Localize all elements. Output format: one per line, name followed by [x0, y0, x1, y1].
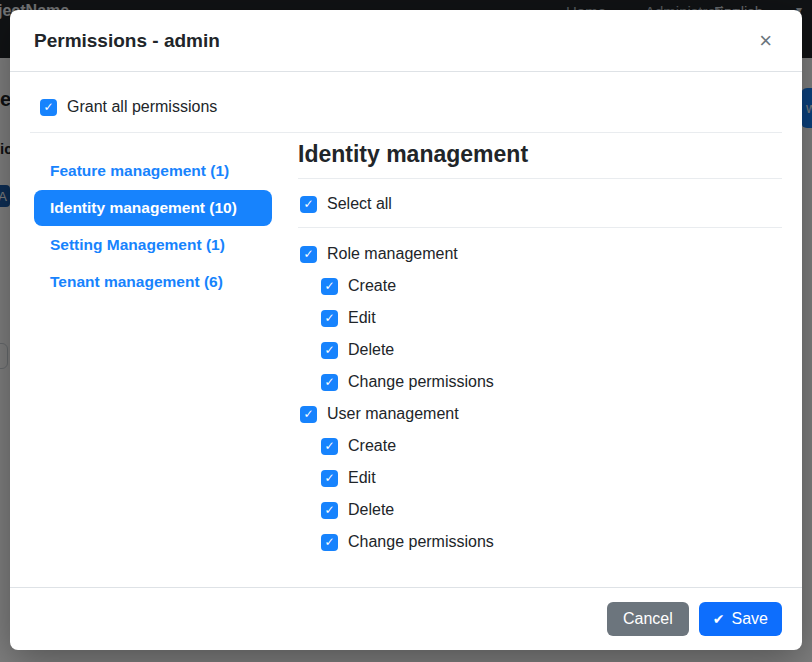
check-icon: ✓: [324, 504, 334, 516]
permission-row: ✓Create: [321, 430, 782, 462]
tab-feature-management[interactable]: Feature management (1): [34, 153, 272, 189]
grant-all-checkbox[interactable]: ✓: [40, 99, 57, 116]
tab-setting-management[interactable]: Setting Management (1): [34, 227, 272, 263]
check-icon: ✓: [324, 376, 334, 388]
permission-label: Change permissions: [348, 373, 494, 391]
check-icon: ✓: [324, 440, 334, 452]
checkbox-checked[interactable]: ✓: [321, 278, 338, 295]
grant-all-row: ✓ Grant all permissions: [40, 98, 782, 116]
check-icon: ✓: [303, 198, 313, 210]
checkbox-checked[interactable]: ✓: [321, 534, 338, 551]
tab-identity-management[interactable]: Identity management (10): [34, 190, 272, 226]
checkbox-checked[interactable]: ✓: [321, 374, 338, 391]
permission-row: ✓Create: [321, 270, 782, 302]
permission-label: Edit: [348, 309, 376, 327]
check-icon: ✓: [324, 536, 334, 548]
permission-label: Create: [348, 437, 396, 455]
permission-row: ✓Change permissions: [321, 526, 782, 558]
select-all-row: ✓ Select all: [300, 195, 782, 213]
permission-row: ✓User management: [300, 398, 782, 430]
checkbox-checked[interactable]: ✓: [321, 438, 338, 455]
cancel-button[interactable]: Cancel: [607, 602, 689, 636]
modal-columns: Feature management (1)Identity managemen…: [30, 139, 782, 558]
check-icon: ✓: [324, 280, 334, 292]
permission-list: ✓Role management✓Create✓Edit✓Delete✓Chan…: [298, 238, 782, 558]
permission-row: ✓Role management: [300, 238, 782, 270]
divider: [298, 227, 782, 228]
panel-heading: Identity management: [298, 141, 782, 168]
check-icon: ✓: [324, 344, 334, 356]
checkbox-checked[interactable]: ✓: [321, 310, 338, 327]
checkbox-checked[interactable]: ✓: [300, 406, 317, 423]
check-icon: ✓: [303, 248, 313, 260]
permission-label: Role management: [327, 245, 458, 263]
select-all-label: Select all: [327, 195, 392, 213]
check-icon: ✔: [713, 611, 725, 627]
permission-row: ✓Delete: [321, 334, 782, 366]
permission-label: User management: [327, 405, 459, 423]
permission-label: Delete: [348, 341, 394, 359]
modal-title: Permissions - admin: [34, 30, 220, 52]
modal-header: Permissions - admin ×: [10, 10, 802, 72]
grant-all-label: Grant all permissions: [67, 98, 217, 116]
save-button[interactable]: ✔ Save: [699, 602, 782, 636]
modal-footer: Cancel ✔ Save: [10, 587, 802, 650]
permission-label: Delete: [348, 501, 394, 519]
permission-row: ✓Edit: [321, 462, 782, 494]
check-icon: ✓: [303, 408, 313, 420]
permission-row: ✓Delete: [321, 494, 782, 526]
tab-tenant-management[interactable]: Tenant management (6): [34, 264, 272, 300]
divider: [298, 178, 782, 179]
permissions-modal: Permissions - admin × ✓ Grant all permis…: [10, 10, 802, 650]
save-button-label: Save: [732, 610, 768, 628]
checkbox-checked[interactable]: ✓: [321, 342, 338, 359]
divider: [30, 132, 782, 133]
select-all-checkbox[interactable]: ✓: [300, 196, 317, 213]
permission-label: Edit: [348, 469, 376, 487]
check-icon: ✓: [324, 472, 334, 484]
permission-panel: Identity management ✓ Select all ✓Role m…: [298, 141, 782, 558]
modal-body: ✓ Grant all permissions Feature manageme…: [10, 72, 802, 587]
check-icon: ✓: [43, 101, 53, 113]
permission-row: ✓Edit: [321, 302, 782, 334]
checkbox-checked[interactable]: ✓: [300, 246, 317, 263]
close-icon[interactable]: ×: [753, 28, 778, 54]
permission-row: ✓Change permissions: [321, 366, 782, 398]
checkbox-checked[interactable]: ✓: [321, 502, 338, 519]
permission-label: Change permissions: [348, 533, 494, 551]
permission-label: Create: [348, 277, 396, 295]
check-icon: ✓: [324, 312, 334, 324]
checkbox-checked[interactable]: ✓: [321, 470, 338, 487]
permission-group-tabs: Feature management (1)Identity managemen…: [34, 153, 272, 301]
